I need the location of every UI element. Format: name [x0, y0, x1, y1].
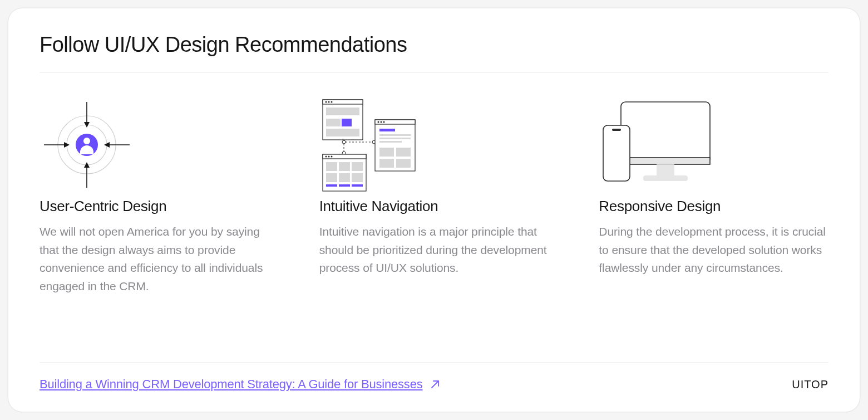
svg-point-16: [331, 101, 332, 103]
svg-rect-37: [326, 184, 337, 187]
svg-rect-36: [352, 173, 363, 182]
svg-rect-57: [603, 125, 630, 181]
svg-rect-31: [326, 162, 337, 171]
svg-rect-34: [326, 173, 337, 182]
svg-point-30: [331, 156, 332, 158]
source-link[interactable]: Building a Winning CRM Development Strat…: [40, 377, 441, 392]
svg-rect-17: [326, 108, 359, 115]
svg-point-43: [380, 121, 382, 123]
wireframes-icon: [319, 97, 549, 198]
column-responsive-design: Responsive Design During the development…: [599, 97, 828, 345]
svg-rect-51: [379, 159, 394, 168]
svg-point-21: [342, 140, 346, 144]
svg-rect-20: [326, 129, 359, 136]
card-header: Follow UI/UX Design Recommendations: [40, 8, 828, 73]
svg-rect-19: [342, 119, 352, 126]
svg-rect-50: [396, 148, 411, 157]
svg-rect-52: [396, 159, 411, 168]
column-user-centric: User-Centric Design We will not open Ame…: [40, 97, 269, 345]
svg-rect-47: [379, 138, 411, 139]
column-body: During the development process, it is cr…: [599, 223, 828, 277]
external-link-icon: [430, 379, 441, 390]
svg-rect-55: [657, 164, 674, 175]
source-link-label: Building a Winning CRM Development Strat…: [40, 377, 423, 392]
svg-rect-46: [379, 134, 411, 136]
columns: User-Centric Design We will not open Ame…: [40, 73, 828, 362]
column-title: Responsive Design: [599, 198, 828, 215]
svg-rect-39: [352, 184, 363, 187]
brand-label: UITOP: [792, 378, 828, 391]
svg-rect-32: [339, 162, 350, 171]
recommendations-card: Follow UI/UX Design Recommendations: [8, 8, 860, 412]
svg-rect-49: [379, 148, 394, 157]
column-body: We will not open America for you by sayi…: [40, 223, 269, 295]
svg-rect-58: [612, 129, 621, 131]
user-target-icon: [40, 97, 269, 198]
card-footer: Building a Winning CRM Development Strat…: [40, 362, 828, 392]
svg-point-15: [328, 101, 329, 103]
column-title: User-Centric Design: [40, 198, 269, 215]
svg-line-59: [432, 381, 438, 388]
devices-icon: [599, 97, 828, 198]
svg-rect-38: [339, 184, 350, 187]
svg-rect-35: [339, 173, 350, 182]
svg-rect-45: [379, 129, 395, 131]
svg-point-28: [325, 156, 327, 158]
svg-point-14: [325, 101, 327, 103]
svg-rect-33: [352, 162, 363, 171]
column-intuitive-navigation: Intuitive Navigation Intuitive navigatio…: [319, 97, 549, 345]
svg-point-42: [377, 121, 379, 123]
svg-rect-54: [621, 158, 710, 164]
svg-point-3: [83, 138, 90, 144]
column-body: Intuitive navigation is a major principl…: [319, 223, 549, 277]
svg-rect-48: [379, 141, 402, 143]
svg-rect-53: [621, 102, 710, 163]
svg-rect-18: [326, 119, 341, 126]
svg-rect-56: [643, 175, 688, 181]
svg-point-29: [328, 156, 329, 158]
column-title: Intuitive Navigation: [319, 198, 549, 215]
svg-point-44: [383, 121, 384, 123]
card-title: Follow UI/UX Design Recommendations: [40, 33, 828, 57]
